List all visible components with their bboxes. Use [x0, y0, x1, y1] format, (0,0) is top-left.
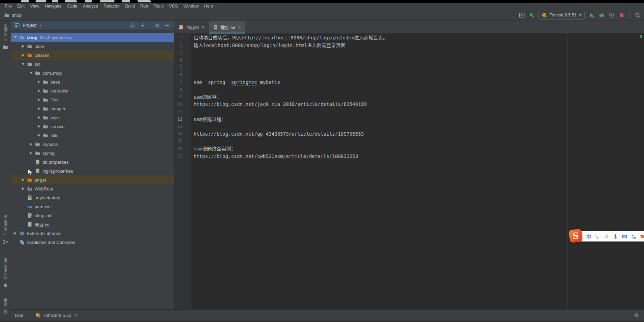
run-button[interactable] — [589, 12, 595, 18]
skin-icon[interactable] — [639, 232, 644, 240]
chevron-down-icon[interactable] — [39, 25, 41, 26]
tree-expand-right-icon[interactable] — [35, 98, 43, 101]
chinese-mode-icon[interactable]: 中 — [585, 232, 593, 240]
menu-code[interactable]: Code — [64, 3, 80, 10]
stripe-button-structure[interactable]: 7: Structure — [0, 215, 11, 245]
tree-expand-right-icon[interactable] — [35, 107, 43, 110]
tree-item-scratches-and-consoles[interactable]: Scratches and Consoles — [11, 238, 174, 247]
tree-expand-right-icon[interactable] — [20, 187, 27, 190]
search-everywhere-icon[interactable] — [634, 12, 641, 18]
tree-item-external-libraries[interactable]: External Libraries — [11, 229, 174, 238]
tree-expand-right-icon[interactable] — [35, 89, 43, 92]
project-panel-header[interactable]: Project — [11, 21, 174, 29]
tree-item-shop[interactable]: shopG:\shejiing\shop — [11, 33, 174, 42]
menu-run[interactable]: Run — [137, 3, 151, 10]
tree-expand-right-icon[interactable] — [20, 178, 27, 181]
menu-vcs[interactable]: VCS — [166, 3, 181, 10]
tree-item-shop.iml[interactable]: shop.iml — [11, 211, 174, 220]
menu-view[interactable]: View — [27, 3, 42, 10]
tree-item-controller[interactable]: controller — [11, 86, 174, 95]
inspection-status-icon[interactable] — [640, 35, 642, 38]
code-area[interactable]: 启动项目成功后，输入http://localhost:8080/shop/log… — [191, 34, 644, 309]
stripe-button-favorites[interactable]: 2: Favorites — [0, 258, 11, 288]
stop-button[interactable] — [618, 12, 624, 18]
menu-build[interactable]: Build — [123, 3, 138, 10]
tree-expand-right-icon[interactable] — [35, 134, 43, 137]
editor-tab-my.jsp[interactable]: JSPmy.jsp — [175, 21, 209, 33]
sogou-input-toolbar[interactable]: 中°，☺21 S — [569, 230, 644, 242]
menu-file[interactable]: File — [2, 3, 14, 10]
tree-expand-right-icon[interactable] — [27, 152, 35, 154]
toolwindow-panels-icon[interactable] — [519, 12, 525, 18]
sogou-logo[interactable]: S — [569, 229, 583, 243]
tree-item-base[interactable]: base — [11, 77, 174, 86]
stripe-button-web[interactable]: Web — [0, 298, 11, 314]
tree-expand-right-icon[interactable] — [35, 80, 43, 83]
tree-item-log4j.properties[interactable]: log4j.properties — [11, 166, 174, 175]
package-icon — [35, 70, 40, 76]
tree-expand-right-icon[interactable] — [27, 143, 35, 146]
tree-item-label: filter — [50, 97, 59, 102]
tree-expand-right-icon[interactable] — [20, 54, 27, 57]
tree-expand-down-icon[interactable] — [12, 36, 19, 38]
line-number: 16 — [174, 145, 191, 153]
tree-item--.txt[interactable]: 地址.txt — [11, 220, 174, 229]
tree-item-service[interactable]: service — [11, 122, 174, 131]
menu-refactor[interactable]: Refactor — [101, 3, 122, 10]
tree-expand-down-icon[interactable] — [20, 63, 27, 65]
toolbar-project-name[interactable]: shop — [12, 13, 22, 18]
tree-item-filter[interactable]: filter — [11, 95, 174, 104]
close-icon[interactable] — [201, 25, 205, 29]
editor[interactable]: 1234567891011121314151617 启动项目成功后，输入http… — [174, 21, 644, 309]
stripe-button-project[interactable]: 1: Project — [0, 24, 11, 50]
microphone-icon[interactable] — [612, 232, 619, 240]
build-hammer-icon[interactable] — [529, 12, 535, 18]
tree-item-mybatis[interactable]: mybatis — [11, 140, 174, 149]
close-icon[interactable] — [238, 25, 242, 29]
emoji-icon[interactable]: ☺ — [603, 232, 610, 240]
tree-expand-down-icon[interactable] — [27, 72, 35, 74]
profile-icon[interactable]: 21 — [630, 232, 637, 240]
tree-item-db.properties[interactable]: db.properties — [11, 158, 174, 166]
tree-expand-right-icon[interactable] — [35, 125, 43, 128]
settings-gear-icon[interactable] — [634, 312, 639, 318]
breadcrumb[interactable]: shop — [4, 12, 22, 18]
keyboard-icon[interactable] — [621, 232, 628, 240]
run-with-coverage-button[interactable] — [608, 12, 615, 18]
run-label: Run: — [15, 313, 24, 318]
settings-gear-icon[interactable] — [154, 23, 160, 28]
close-icon[interactable] — [74, 313, 77, 317]
run-config-select[interactable]: Tomcat 8.5.51 — [538, 11, 585, 20]
locate-icon[interactable] — [130, 23, 135, 28]
tree-item-utils[interactable]: utils — [11, 131, 174, 140]
project-folder-icon — [19, 35, 25, 40]
tree-expand-right-icon[interactable] — [35, 116, 43, 119]
tree-item-src[interactable]: src — [11, 60, 174, 69]
menu-help[interactable]: Help — [201, 3, 216, 10]
debug-button[interactable] — [598, 12, 605, 18]
line-number: 5 — [174, 64, 191, 71]
tree-item-classes[interactable]: classes — [11, 51, 174, 60]
code-line-7: ssm spring springmvc mybatis — [194, 79, 644, 86]
tree-item-pojo[interactable]: pojo — [11, 113, 174, 122]
tree-item-webroot[interactable]: WebRoot — [11, 184, 174, 193]
menu-analyze[interactable]: Analyze — [80, 3, 101, 10]
menu-navigate[interactable]: Navigate — [42, 3, 64, 10]
tree-item-.mymetadata[interactable]: .mymetadata — [11, 193, 174, 202]
run-tab-tomcat[interactable]: Tomcat 8.5.51 — [32, 310, 81, 321]
menu-window[interactable]: Window — [181, 3, 201, 10]
tree-item-pom.xml[interactable]: mpom.xml — [11, 202, 174, 211]
hide-panel-icon[interactable] — [164, 23, 170, 28]
tree-item-spring[interactable]: spring — [11, 149, 174, 158]
editor-tab--.txt[interactable]: 地址.txt — [209, 21, 245, 33]
punctuation-icon[interactable]: °， — [594, 232, 602, 240]
tree-item-mapper[interactable]: mapper — [11, 104, 174, 113]
tree-expand-right-icon[interactable] — [20, 45, 27, 48]
tree-item-.idea[interactable]: .idea — [11, 42, 174, 51]
tree-item-com.shop[interactable]: com.shop — [11, 69, 174, 77]
tree-expand-right-icon[interactable] — [12, 232, 19, 235]
tree-item-target[interactable]: target — [11, 175, 174, 184]
menu-edit[interactable]: Edit — [14, 3, 27, 10]
collapse-all-icon[interactable] — [140, 23, 145, 28]
menu-tools[interactable]: Tools — [151, 3, 166, 10]
